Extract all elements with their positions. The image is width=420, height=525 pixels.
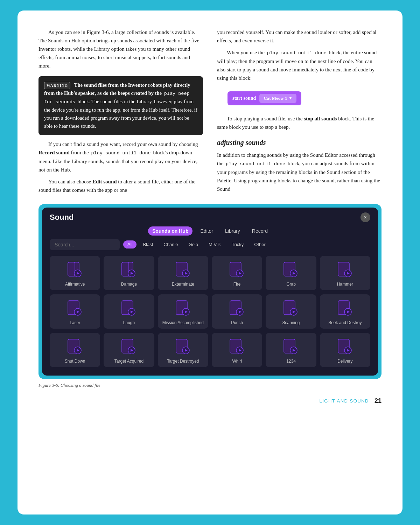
search-input[interactable]	[50, 239, 120, 250]
warning-label: WARNING	[44, 82, 70, 90]
filter-blast[interactable]: Blast	[139, 240, 157, 248]
modal-header: Sound ×	[42, 208, 378, 222]
sound-label-affirmative: Affirmative	[65, 282, 85, 287]
sound-label-shutdown: Shut Down	[65, 359, 85, 364]
modal-filters: All Blast Charlie Gelo M.V.P. Tricky Oth…	[42, 239, 378, 254]
sound-item-hammer[interactable]: Hammer	[320, 256, 370, 290]
sound-file-icon	[282, 299, 300, 317]
left-column: As you can see in Figure 3-6, a large co…	[38, 28, 203, 198]
sound-item-exterminate[interactable]: Exterminate	[158, 256, 208, 290]
filter-charlie[interactable]: Charlie	[159, 240, 182, 248]
sound-file-icon	[282, 261, 300, 279]
sound-label-whirl: Whirl	[232, 359, 241, 364]
footer-text: LIGHT AND SOUND	[320, 398, 369, 404]
sound-item-fire[interactable]: Fire	[212, 256, 262, 290]
sound-item-target-acquired[interactable]: Target Acquired	[104, 333, 154, 367]
sound-file-icon	[120, 299, 138, 317]
sound-file-icon	[228, 299, 246, 317]
sound-item-whirl[interactable]: Whirl	[212, 333, 262, 367]
figure-caption: Figure 3-6: Choosing a sound file	[38, 383, 382, 388]
sound-label-target-destroyed: Target Destroyed	[167, 359, 199, 364]
sound-grid-row1: Affirmative Damage	[42, 254, 378, 292]
sound-item-delivery[interactable]: Delivery	[320, 333, 370, 367]
sound-grid-row2: Laser Laugh	[42, 292, 378, 331]
tab-library[interactable]: Library	[221, 226, 244, 236]
sound-file-icon	[120, 338, 138, 356]
sound-label-seek: Seek and Destroy	[328, 320, 362, 325]
left-para2: If you can't find a sound you want, reco…	[38, 140, 203, 174]
sound-label-grab: Grab	[286, 282, 296, 287]
sound-item-damage[interactable]: Damage	[104, 256, 154, 290]
tab-editor[interactable]: Editor	[196, 226, 217, 236]
two-column-layout: As you can see in Figure 3-6, a large co…	[38, 28, 382, 198]
sound-label-damage: Damage	[121, 282, 137, 287]
edit-sound-text: Edit sound	[92, 179, 117, 184]
sound-item-laugh[interactable]: Laugh	[104, 294, 154, 329]
sound-item-target-destroyed[interactable]: Target Destroyed	[158, 333, 208, 367]
sound-file-icon	[174, 261, 192, 279]
filter-other[interactable]: Other	[250, 240, 270, 248]
sound-label-hammer: Hammer	[337, 282, 353, 287]
sound-label-laugh: Laugh	[123, 320, 135, 325]
page-footer: LIGHT AND SOUND 21	[38, 394, 382, 405]
modal-close-button[interactable]: ×	[360, 212, 370, 222]
cat-meow-pill: Cat Meow 1 ▼	[259, 94, 296, 103]
filter-all[interactable]: All	[123, 240, 136, 248]
sound-modal: Sound × Sounds on Hub Editor Library Rec…	[42, 208, 378, 376]
sound-item-mission[interactable]: Mission Accomplished	[158, 294, 208, 329]
sound-grid-row3: Shut Down Target Acquired	[42, 331, 378, 369]
sound-file-icon	[228, 338, 246, 356]
sound-file-icon	[174, 338, 192, 356]
sound-file-icon	[66, 299, 84, 317]
sound-file-icon	[228, 261, 246, 279]
dropdown-arrow-icon: ▼	[288, 95, 292, 102]
sound-file-icon	[336, 338, 354, 356]
right-para2: When you use the play sound until done b…	[217, 48, 382, 82]
page-number: 21	[374, 397, 382, 405]
modal-tabs: Sounds on Hub Editor Library Record	[42, 222, 378, 239]
sound-label-mission: Mission Accomplished	[162, 320, 204, 325]
right-para4: In addition to changing sounds by using …	[217, 151, 382, 193]
sound-item-scanning[interactable]: Scanning	[266, 294, 316, 329]
right-para1: you recorded yourself. You can make the …	[217, 28, 382, 45]
record-sound-text: Record sound	[38, 150, 70, 155]
sound-label-fire: Fire	[233, 282, 241, 287]
modal-title: Sound	[50, 213, 74, 222]
play-sound-code-right: play sound until done	[266, 50, 328, 56]
sound-label-laser: Laser	[70, 320, 80, 325]
figure-container: Sound × Sounds on Hub Editor Library Rec…	[38, 204, 382, 379]
sound-label-exterminate: Exterminate	[172, 282, 194, 287]
sound-item-shutdown[interactable]: Shut Down	[50, 333, 100, 367]
tab-sounds-on-hub[interactable]: Sounds on Hub	[148, 226, 192, 236]
left-para3: You can also choose Edit sound to alter …	[38, 177, 203, 194]
tab-record[interactable]: Record	[248, 226, 272, 236]
sound-file-icon	[66, 338, 84, 356]
sound-label-punch: Punch	[231, 320, 243, 325]
section-heading: adjusting sounds	[217, 137, 382, 148]
right-para3: To stop playing a sound file, use the st…	[217, 114, 382, 131]
sound-item-1234[interactable]: 1234	[266, 333, 316, 367]
sound-file-icon	[336, 299, 354, 317]
sound-file-icon	[282, 338, 300, 356]
start-sound-block-container: start sound Cat Meow 1 ▼	[227, 87, 382, 111]
filter-gelo[interactable]: Gelo	[184, 240, 202, 248]
play-sound-code-right2: play sound until done	[225, 161, 286, 167]
filter-mvp[interactable]: M.V.P.	[204, 240, 225, 248]
right-column: you recorded yourself. You can make the …	[217, 28, 382, 198]
filter-tricky[interactable]: Tricky	[227, 240, 248, 248]
sound-item-affirmative[interactable]: Affirmative	[50, 256, 100, 290]
sound-file-icon	[336, 261, 354, 279]
sound-file-icon	[66, 261, 84, 279]
sound-item-laser[interactable]: Laser	[50, 294, 100, 329]
sound-item-seek[interactable]: Seek and Destroy	[320, 294, 370, 329]
sound-label-delivery: Delivery	[337, 359, 352, 364]
sound-file-icon	[174, 299, 192, 317]
cat-meow-text: Cat Meow 1	[264, 95, 287, 102]
sound-label-target-acquired: Target Acquired	[114, 359, 144, 364]
filter-tags: All Blast Charlie Gelo M.V.P. Tricky Oth…	[123, 240, 270, 248]
stop-all-text: stop all sounds	[304, 116, 337, 121]
page-content: As you can see in Figure 3-6, a large co…	[18, 10, 402, 514]
sound-label-scanning: Scanning	[282, 320, 300, 325]
sound-item-grab[interactable]: Grab	[266, 256, 316, 290]
sound-item-punch[interactable]: Punch	[212, 294, 262, 329]
